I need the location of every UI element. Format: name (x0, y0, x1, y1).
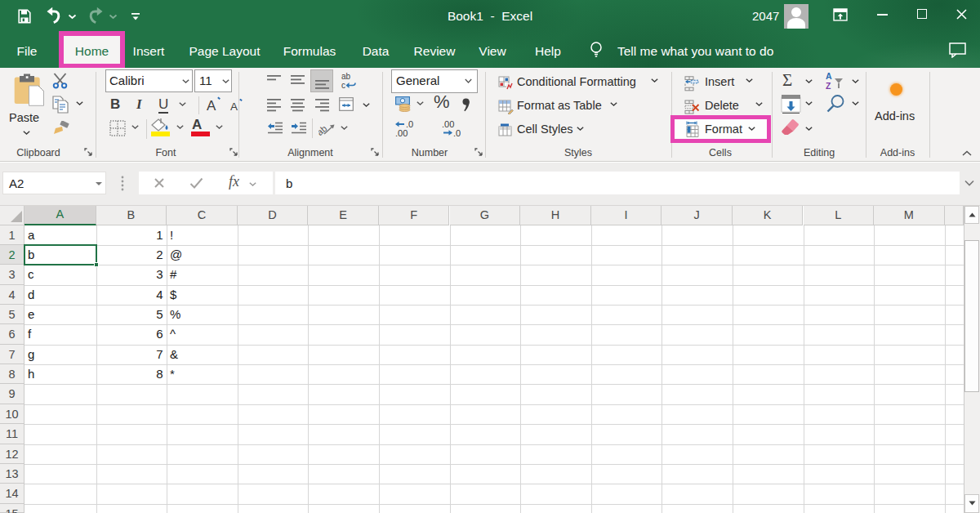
svg-text:A: A (207, 98, 216, 113)
svg-text:ab: ab (341, 72, 351, 81)
svg-text:A: A (826, 71, 832, 81)
svg-text:c: c (341, 81, 345, 90)
svg-text:.0: .0 (453, 128, 461, 137)
svg-text:ab: ab (318, 123, 328, 136)
svg-text:.00: .00 (395, 128, 408, 137)
svg-text:.00: .00 (442, 119, 454, 129)
svg-text:Z: Z (826, 81, 831, 91)
svg-text:A: A (230, 100, 238, 113)
